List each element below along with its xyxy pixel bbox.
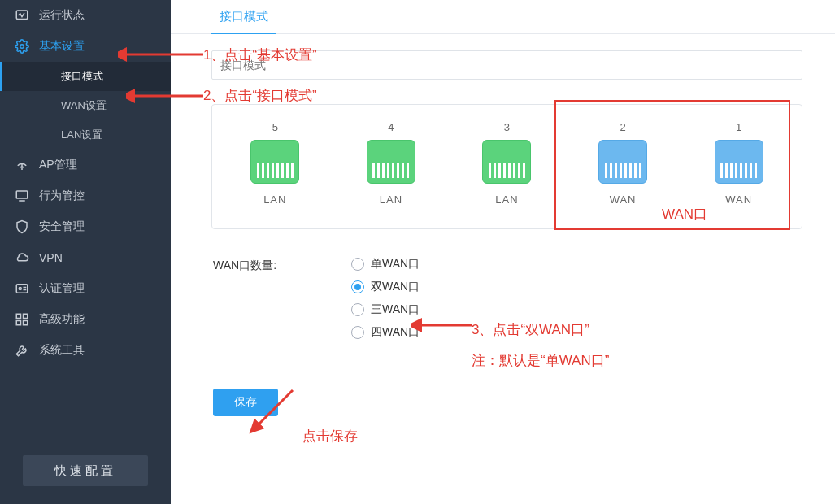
shield-icon <box>15 219 29 234</box>
sidebar-item-system[interactable]: 系统工具 <box>0 335 171 366</box>
sidebar-item-basic-settings[interactable]: 基本设置 <box>0 31 171 62</box>
sidebar-sub-label: 接口模式 <box>61 69 103 84</box>
svg-rect-10 <box>24 314 28 318</box>
radio-quad-wan[interactable]: 四WAN口 <box>351 325 420 340</box>
radio-icon <box>351 303 364 316</box>
sidebar-label: 行为管控 <box>39 189 85 203</box>
port-type-label: LAN <box>263 193 286 206</box>
radio-icon <box>351 326 364 339</box>
sidebar-label: 系统工具 <box>39 343 85 358</box>
save-button[interactable]: 保存 <box>213 389 278 416</box>
quick-config-button[interactable]: 快速配置 <box>23 455 148 486</box>
radio-icon <box>351 258 364 271</box>
svg-point-6 <box>19 288 21 290</box>
tab-interface-mode[interactable]: 接口模式 <box>211 0 276 34</box>
svg-rect-9 <box>16 314 20 318</box>
ethernet-port-icon <box>367 140 415 184</box>
sidebar-label: 基本设置 <box>39 39 85 54</box>
port-type-label: LAN <box>495 193 518 206</box>
port-4: 4 LAN <box>350 121 432 206</box>
ethernet-port-icon <box>250 140 299 184</box>
port-number: 5 <box>272 121 278 133</box>
save-button-label: 保存 <box>234 395 257 410</box>
svg-rect-11 <box>16 321 20 325</box>
main-content: 接口模式 5 LAN 4 LAN <box>171 0 835 504</box>
annotation-save: 点击保存 <box>302 427 358 445</box>
port-number: 4 <box>388 121 394 133</box>
activity-icon <box>15 8 29 23</box>
port-3: 3 LAN <box>466 121 547 206</box>
sidebar-item-vpn[interactable]: VPN <box>0 242 171 273</box>
port-5: 5 LAN <box>234 121 315 206</box>
wan-count-options: 单WAN口 双WAN口 三WAN口 四WAN口 <box>351 257 420 340</box>
svg-rect-12 <box>24 321 28 325</box>
gear-icon <box>15 39 29 54</box>
sidebar-sub-lan-settings[interactable]: LAN设置 <box>0 120 171 150</box>
tab-label: 接口模式 <box>220 9 268 24</box>
sidebar-sub-interface-mode[interactable]: 接口模式 <box>0 62 171 91</box>
port-type-label: LAN <box>380 193 402 206</box>
radio-label-text: 四WAN口 <box>371 325 420 340</box>
wan-count-label: WAN口数量: <box>213 257 351 340</box>
sidebar: 运行状态 基本设置 接口模式 WAN设置 LAN设置 AP管理 行为管控 安全管… <box>0 0 171 504</box>
radio-label-text: 单WAN口 <box>371 257 420 272</box>
search-input[interactable] <box>220 59 794 72</box>
sidebar-item-behavior[interactable]: 行为管控 <box>0 180 171 211</box>
wifi-icon <box>15 158 29 172</box>
sidebar-item-advanced[interactable]: 高级功能 <box>0 304 171 335</box>
annotation-step-3-note: 注：默认是“单WAN口” <box>472 351 609 370</box>
annotation-wan-label: WAN口 <box>662 205 707 224</box>
annotation-step-2: 2、点击“接口模式” <box>203 86 317 105</box>
port-number: 3 <box>504 121 510 133</box>
sidebar-sub-label: LAN设置 <box>61 128 102 142</box>
sidebar-item-auth[interactable]: 认证管理 <box>0 273 171 304</box>
svg-point-1 <box>20 45 24 49</box>
tools-icon <box>15 343 29 358</box>
grid-icon <box>15 312 29 327</box>
ethernet-port-icon <box>482 140 531 184</box>
radio-label-text: 三WAN口 <box>371 302 420 317</box>
tabs: 接口模式 <box>171 0 835 34</box>
annotation-wan-highlight-box: WAN口 <box>554 100 790 230</box>
radio-icon <box>351 280 364 293</box>
sidebar-label: 认证管理 <box>39 281 85 296</box>
sidebar-sub-wan-settings[interactable]: WAN设置 <box>0 91 171 120</box>
cloud-icon <box>15 250 29 265</box>
search-bar[interactable] <box>211 50 802 80</box>
sidebar-label: 运行状态 <box>39 8 85 23</box>
sidebar-item-status[interactable]: 运行状态 <box>0 0 171 31</box>
sidebar-label: 安全管理 <box>39 219 85 234</box>
sidebar-label: AP管理 <box>39 158 77 172</box>
id-icon <box>15 281 29 296</box>
sidebar-item-security[interactable]: 安全管理 <box>0 211 171 242</box>
ports-panel: 5 LAN 4 LAN 3 LAN <box>211 104 802 229</box>
sidebar-label: 高级功能 <box>39 312 85 327</box>
radio-triple-wan[interactable]: 三WAN口 <box>351 302 420 317</box>
radio-dual-wan[interactable]: 双WAN口 <box>351 280 420 294</box>
sidebar-item-ap[interactable]: AP管理 <box>0 150 171 180</box>
wan-count-section: WAN口数量: 单WAN口 双WAN口 三WAN口 四WAN口 <box>213 257 835 340</box>
radio-label-text: 双WAN口 <box>371 280 420 294</box>
radio-single-wan[interactable]: 单WAN口 <box>351 257 420 272</box>
monitor-icon <box>15 189 29 203</box>
sidebar-label: VPN <box>39 251 63 264</box>
quick-config-label: 快速配置 <box>54 463 116 479</box>
sidebar-sub-label: WAN设置 <box>61 98 107 113</box>
svg-rect-3 <box>16 191 28 198</box>
